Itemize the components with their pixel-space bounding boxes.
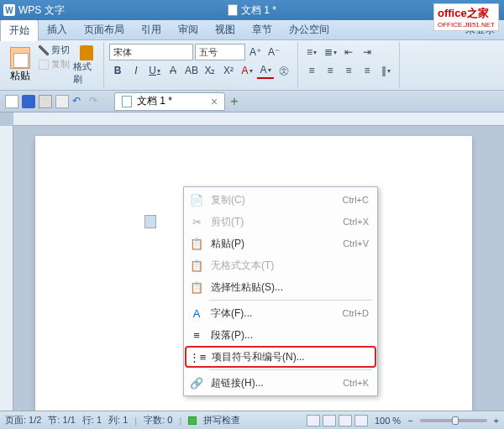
context-menu-item-font[interactable]: A字体(F)...Ctrl+D (186, 302, 375, 324)
context-menu-item-para[interactable]: ≡段落(P)... (186, 324, 375, 346)
context-menu-item-paste[interactable]: 📋粘贴(P)Ctrl+V (186, 233, 375, 254)
undo-icon[interactable]: ↶ (72, 95, 86, 108)
menu-shortcut: Ctrl+X (343, 217, 369, 227)
context-menu-item-paste-plain: 📋无格式文本(T) (186, 254, 375, 276)
tab-insert[interactable]: 插入 (39, 19, 76, 40)
paste-icon (10, 47, 30, 69)
font-color-button[interactable]: A▾ (257, 62, 274, 79)
align-right-button[interactable]: ≡ (340, 62, 357, 79)
menu-separator (209, 300, 372, 301)
font-group: 宋体 五号 A⁺ A⁻ B I U▾ A AB X₂ X² A▾ A▾ ㉆ (104, 42, 298, 88)
status-page: 页面: 1/2 (5, 414, 41, 426)
spellcheck-icon[interactable] (188, 416, 197, 425)
document-tab-label: 文档 1 * (137, 94, 172, 108)
view-print-button[interactable] (307, 415, 320, 426)
brush-icon (80, 45, 93, 60)
view-outline-button[interactable] (323, 415, 336, 426)
ribbon: 粘贴 剪切 复制 格式刷 宋体 五号 A⁺ A⁻ B I U▾ A AB X (0, 40, 504, 91)
new-icon[interactable] (5, 95, 18, 108)
doc-title: 文档 1 * (241, 3, 276, 18)
strikethrough-button[interactable]: A (165, 62, 181, 79)
view-read-button[interactable] (354, 415, 368, 426)
menu-item-label: 段落(P)... (211, 328, 369, 343)
align-justify-button[interactable]: ≡ (359, 62, 375, 79)
outdent-button[interactable]: ⇤ (340, 44, 357, 60)
font-size-combo[interactable]: 五号 (195, 44, 245, 60)
highlight-button[interactable]: A▾ (239, 62, 255, 79)
italic-button[interactable]: I (128, 62, 144, 79)
wps-logo-icon: W (3, 4, 15, 16)
menu-shortcut: Ctrl+C (343, 195, 369, 205)
zoom-in-button[interactable]: + (494, 416, 499, 426)
menu-item-label: 复制(C) (211, 193, 343, 207)
status-words: 字数: 0 (144, 414, 172, 426)
zoom-level[interactable]: 100 % (375, 416, 401, 426)
save-icon[interactable] (22, 95, 35, 108)
horizontal-ruler[interactable] (13, 112, 504, 126)
zoom-thumb[interactable] (452, 416, 459, 425)
numbering-button[interactable]: ≣▾ (322, 44, 339, 60)
redo-icon[interactable]: ↷ (89, 95, 102, 108)
tab-office-space[interactable]: 办公空间 (281, 19, 338, 40)
document-tabs-bar: ↶ ↷ 文档 1 * × + (0, 91, 504, 112)
tab-references[interactable]: 引用 (133, 19, 170, 40)
view-web-button[interactable] (339, 415, 352, 426)
paste-button[interactable]: 粘贴 (5, 42, 35, 88)
status-line: 行: 1 (82, 414, 102, 426)
grow-font-button[interactable]: A⁺ (247, 44, 264, 60)
bullets-button[interactable]: ≡▾ (303, 44, 320, 60)
subscript-button[interactable]: X₂ (202, 62, 218, 79)
font-name-combo[interactable]: 宋体 (109, 44, 193, 60)
underline-button[interactable]: U▾ (146, 62, 163, 79)
close-tab-button[interactable]: × (211, 95, 218, 108)
paste-plain-icon: 📋 (189, 258, 204, 273)
line-spacing-button[interactable]: ‖▾ (377, 62, 394, 79)
document-icon (122, 96, 132, 107)
tab-review[interactable]: 审阅 (170, 19, 207, 40)
format-painter-button[interactable]: 格式刷 (73, 42, 100, 88)
context-menu-item-paste-special[interactable]: 📋选择性粘贴(S)... (186, 276, 375, 298)
tab-page-layout[interactable]: 页面布局 (76, 19, 133, 40)
cut-button[interactable]: 剪切 (39, 44, 70, 56)
indent-button[interactable]: ⇥ (359, 44, 375, 60)
preview-icon[interactable] (55, 95, 69, 108)
link-icon: 🔗 (189, 375, 204, 390)
copy-icon: 📄 (189, 192, 204, 207)
clipboard-group: 粘贴 剪切 复制 格式刷 (2, 42, 104, 88)
watermark-main: office之家 (438, 7, 489, 19)
new-tab-button[interactable]: + (230, 94, 238, 109)
context-menu-item-list[interactable]: ⋮≡项目符号和编号(N)... (185, 346, 376, 368)
menu-item-label: 无格式文本(T) (211, 259, 369, 273)
menu-item-label: 项目符号和编号(N)... (212, 350, 368, 364)
shrink-font-button[interactable]: A⁻ (265, 44, 282, 60)
zoom-out-button[interactable]: − (407, 416, 412, 426)
status-bar: 页面: 1/2 节: 1/1 行: 1 列: 1 | 字数: 0 | 拼写检查 … (0, 411, 504, 429)
context-menu-item-link[interactable]: 🔗超链接(H)...Ctrl+K (186, 372, 375, 394)
menu-bar: 开始 插入 页面布局 引用 审阅 视图 章节 办公空间 未登录 (0, 20, 504, 40)
title-center: 文档 1 * (228, 3, 276, 18)
font-icon: A (189, 306, 204, 321)
paste-special-icon: 📋 (189, 280, 204, 295)
context-menu-item-cut: ✂剪切(T)Ctrl+X (186, 211, 375, 233)
watermark-sub: OFFICE.JB51.NET (438, 21, 495, 29)
print-icon[interactable] (39, 95, 52, 108)
phonetic-button[interactable]: ㉆ (276, 62, 292, 79)
menu-item-label: 超链接(H)... (211, 376, 343, 390)
tab-view[interactable]: 视图 (207, 19, 244, 40)
para-icon: ≡ (189, 327, 204, 343)
copy-button[interactable]: 复制 (39, 58, 70, 71)
vertical-ruler[interactable] (0, 126, 13, 411)
clear-format-button[interactable]: X² (220, 62, 237, 79)
app-title: WPS 文字 (18, 3, 65, 18)
tab-chapter[interactable]: 章节 (244, 19, 281, 40)
align-center-button[interactable]: ≡ (322, 62, 339, 79)
context-menu: 📄复制(C)Ctrl+C✂剪切(T)Ctrl+X📋粘贴(P)Ctrl+V📋无格式… (183, 186, 378, 396)
tab-home[interactable]: 开始 (0, 19, 39, 41)
zoom-slider[interactable] (420, 419, 487, 422)
menu-shortcut: Ctrl+V (343, 238, 369, 249)
align-left-button[interactable]: ≡ (303, 62, 320, 79)
superscript-button[interactable]: AB (183, 62, 200, 79)
document-tab[interactable]: 文档 1 * × (114, 92, 225, 111)
status-spell[interactable]: 拼写检查 (203, 414, 240, 426)
bold-button[interactable]: B (109, 62, 126, 79)
